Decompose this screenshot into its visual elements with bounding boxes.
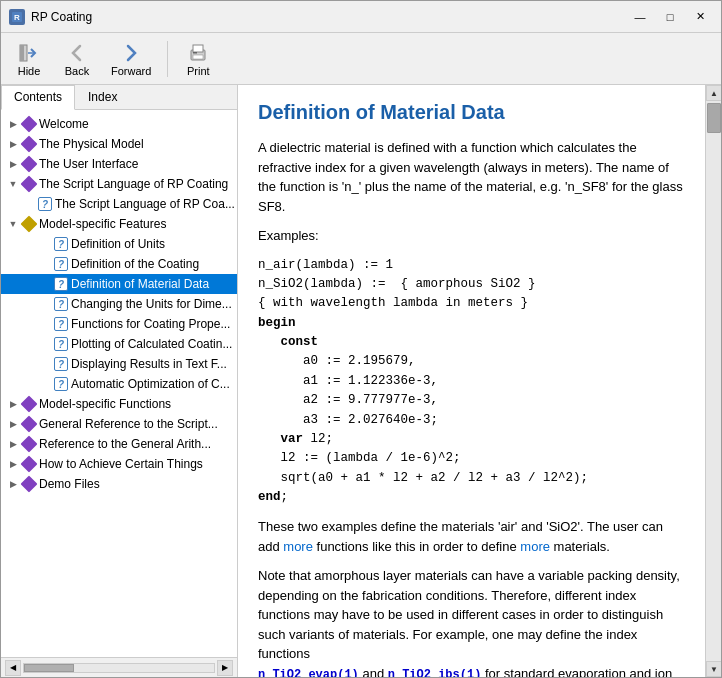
expander-def-coating (37, 256, 53, 272)
icon-def-coating: ? (53, 256, 69, 272)
expander-physical: ▶ (5, 136, 21, 152)
vscroll-up[interactable]: ▲ (706, 85, 721, 101)
tree-item-model-specific[interactable]: ▼ Model-specific Features (1, 214, 237, 234)
icon-def-units: ? (53, 236, 69, 252)
tree-item-def-material[interactable]: ? Definition of Material Data (1, 274, 237, 294)
label-func-coat: Functions for Coating Prope... (71, 317, 230, 331)
tab-contents[interactable]: Contents (1, 85, 75, 110)
more-link-2[interactable]: more (520, 539, 550, 554)
tree-item-script-sub[interactable]: ? The Script Language of RP Coa... (1, 194, 237, 214)
para3: Note that amorphous layer materials can … (258, 566, 685, 677)
icon-script (21, 176, 37, 192)
expander-ref-gen: ▶ (5, 436, 21, 452)
content-intro: A dielectric material is defined with a … (258, 138, 685, 216)
label-demo: Demo Files (39, 477, 100, 491)
back-label: Back (65, 65, 89, 77)
expander-welcome: ▶ (5, 116, 21, 132)
icon-def-material: ? (53, 276, 69, 292)
icon-how-to (21, 456, 37, 472)
label-def-material: Definition of Material Data (71, 277, 209, 291)
tree-item-def-coating[interactable]: ? Definition of the Coating (1, 254, 237, 274)
tree-item-script[interactable]: ▼ The Script Language of RP Coating (1, 174, 237, 194)
hide-button[interactable]: Hide (9, 39, 49, 79)
hscroll-thumb (24, 664, 74, 672)
print-label: Print (187, 65, 210, 77)
tab-index[interactable]: Index (75, 85, 130, 109)
expander-script-sub (21, 196, 37, 212)
vscroll-track[interactable] (706, 101, 721, 661)
tree-item-ref-general[interactable]: ▶ Reference to the General Arith... (1, 434, 237, 454)
icon-welcome (21, 116, 37, 132)
hscroll-right[interactable]: ▶ (217, 660, 233, 676)
svg-rect-7 (193, 55, 203, 59)
icon-demo (21, 476, 37, 492)
icon-model-func (21, 396, 37, 412)
tree-item-general-ref[interactable]: ▶ General Reference to the Script... (1, 414, 237, 434)
label-def-units: Definition of Units (71, 237, 165, 251)
icon-func-coat: ? (53, 316, 69, 332)
svg-rect-3 (20, 45, 24, 61)
expander-model-func: ▶ (5, 396, 21, 412)
label-changing: Changing the Units for Dime... (71, 297, 232, 311)
tree-item-demo[interactable]: ▶ Demo Files (1, 474, 237, 494)
content-area: Definition of Material Data A dielectric… (238, 85, 705, 677)
label-gen-ref: General Reference to the Script... (39, 417, 218, 431)
svg-text:R: R (14, 13, 20, 22)
print-icon (186, 41, 210, 65)
label-welcome: Welcome (39, 117, 89, 131)
icon-plotting: ? (53, 336, 69, 352)
tree-item-displaying[interactable]: ? Displaying Results in Text F... (1, 354, 237, 374)
tree-item-plotting[interactable]: ? Plotting of Calculated Coatin... (1, 334, 237, 354)
tree-item-automatic[interactable]: ? Automatic Optimization of C... (1, 374, 237, 394)
vscroll-thumb[interactable] (707, 103, 721, 133)
label-model-func: Model-specific Functions (39, 397, 171, 411)
icon-script-sub: ? (37, 196, 53, 212)
expander-plotting (37, 336, 53, 352)
hscroll-left[interactable]: ◀ (5, 660, 21, 676)
hide-icon (17, 41, 41, 65)
icon-gen-ref (21, 416, 37, 432)
tree-item-welcome[interactable]: ▶ Welcome (1, 114, 237, 134)
label-how-to: How to Achieve Certain Things (39, 457, 203, 471)
toolbar-separator (167, 41, 168, 77)
vscroll-down[interactable]: ▼ (706, 661, 721, 677)
main-area: Contents Index ▶ Welcome ▶ The Phy (1, 85, 721, 677)
more-link-1[interactable]: more (283, 539, 313, 554)
hscroll-track[interactable] (23, 663, 215, 673)
close-button[interactable]: ✕ (687, 7, 713, 27)
label-automatic: Automatic Optimization of C... (71, 377, 230, 391)
minimize-button[interactable]: — (627, 7, 653, 27)
tree-item-def-units[interactable]: ? Definition of Units (1, 234, 237, 254)
tree-view: ▶ Welcome ▶ The Physical Model ▶ The Use… (1, 110, 237, 657)
expander-changing (37, 296, 53, 312)
tree-item-physical-model[interactable]: ▶ The Physical Model (1, 134, 237, 154)
tree-item-user-interface[interactable]: ▶ The User Interface (1, 154, 237, 174)
sidebar-hscroll: ◀ ▶ (1, 657, 237, 677)
tree-item-functions-coating[interactable]: ? Functions for Coating Prope... (1, 314, 237, 334)
tree-item-changing-units[interactable]: ? Changing the Units for Dime... (1, 294, 237, 314)
expander-gen-ref: ▶ (5, 416, 21, 432)
expander-script: ▼ (5, 176, 21, 192)
back-icon (65, 41, 89, 65)
print-button[interactable]: Print (178, 39, 218, 79)
expander-demo: ▶ (5, 476, 21, 492)
content-inner: Definition of Material Data A dielectric… (258, 101, 685, 677)
label-ref-gen: Reference to the General Arith... (39, 437, 211, 451)
expander-def-material (37, 276, 53, 292)
window-title: RP Coating (31, 10, 627, 24)
label-physical: The Physical Model (39, 137, 144, 151)
icon-physical (21, 136, 37, 152)
expander-automatic (37, 376, 53, 392)
forward-button[interactable]: Forward (105, 39, 157, 79)
back-button[interactable]: Back (57, 39, 97, 79)
icon-automatic: ? (53, 376, 69, 392)
svg-rect-8 (193, 52, 197, 54)
sidebar: Contents Index ▶ Welcome ▶ The Phy (1, 85, 238, 677)
tree-item-model-functions[interactable]: ▶ Model-specific Functions (1, 394, 237, 414)
maximize-button[interactable]: □ (657, 7, 683, 27)
label-script-sub: The Script Language of RP Coa... (55, 197, 235, 211)
svg-rect-6 (193, 45, 203, 52)
label-displaying: Displaying Results in Text F... (71, 357, 227, 371)
tree-item-how-to[interactable]: ▶ How to Achieve Certain Things (1, 454, 237, 474)
icon-changing: ? (53, 296, 69, 312)
